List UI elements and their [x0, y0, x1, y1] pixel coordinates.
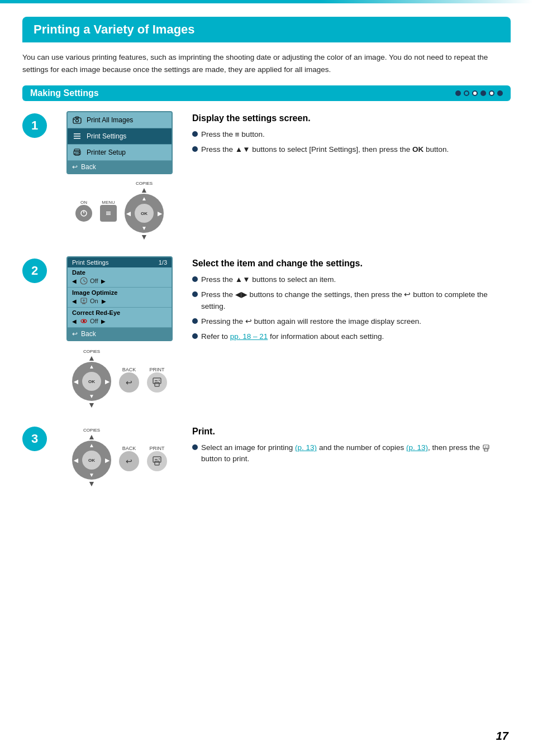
lcd-back-label: Back — [81, 163, 96, 171]
svg-rect-28 — [155, 380, 158, 381]
step-2-number: 2 — [22, 259, 47, 283]
lcd2-optimize-arrow-right: ▶ — [102, 298, 106, 304]
step-1-heading: Display the settings screen. — [192, 113, 511, 123]
svg-point-33 — [159, 458, 160, 460]
pp18-21-link[interactable]: pp. 18 – 21 — [230, 332, 268, 341]
step-2-back-group: BACK ↩ — [119, 366, 139, 393]
lcd2-title-row: Print Settings 1/3 — [68, 257, 172, 267]
dpad-right-2: ▶ — [105, 379, 110, 385]
step-2-bullet-3: Pressing the ↩ button again will restore… — [192, 316, 511, 327]
step-2-print-group: PRINT — [147, 366, 167, 393]
step-2-bullet-1-text: Press the ▲▼ buttons to select an item. — [201, 274, 336, 285]
dot-5 — [489, 90, 494, 96]
lcd-back-arrow-icon: ↩ — [72, 163, 78, 171]
menu-button[interactable] — [100, 205, 117, 222]
lcd-menu-icon — [72, 131, 82, 141]
step-3-bullet-1-text: Select an image for printing (p. 13) and… — [201, 442, 511, 465]
svg-rect-5 — [74, 136, 80, 137]
back-button-3[interactable]: ↩ — [119, 451, 139, 471]
lcd2-date-value-row: ◀ Off ▶ — [68, 276, 172, 287]
step-2-dpad-group: COPIES ▲ OK ▲ ▼ ◀ ▶ ▼ — [72, 349, 111, 409]
step-1-bullet-2: Press the ▲▼ buttons to select [Print Se… — [192, 144, 511, 155]
svg-rect-31 — [155, 461, 159, 465]
p13-link-2[interactable]: (p. 13) — [406, 443, 428, 452]
svg-rect-14 — [106, 213, 111, 214]
step-3-print-group: PRINT — [147, 444, 167, 471]
copies-plus-3: ▲ — [88, 433, 96, 441]
dot-4 — [480, 90, 486, 96]
lcd-camera-icon — [72, 115, 82, 125]
step-1-number: 1 — [22, 113, 47, 138]
svg-rect-15 — [106, 214, 111, 215]
dot-1 — [455, 90, 461, 96]
dot-2 — [464, 90, 469, 96]
page-title: Printing a Variety of Images — [34, 22, 499, 37]
svg-rect-6 — [74, 138, 80, 139]
dpad-ring-3: OK ▲ ▼ ◀ ▶ — [72, 441, 111, 480]
lcd-settings-screen: Print Settings 1/3 Date ◀ Off ▶ Image Op… — [66, 256, 173, 341]
lcd2-page-text: 1/3 — [159, 259, 167, 266]
lcd2-date-arrow-right: ▶ — [101, 278, 106, 284]
step-2-bullet-2-text: Press the ◀▶ buttons to change the setti… — [201, 289, 511, 312]
p13-link-1[interactable]: (p. 13) — [295, 443, 317, 452]
lcd2-optimize-value: On — [90, 298, 98, 304]
print-btn-label-3: PRINT — [150, 446, 165, 451]
print-button-2[interactable] — [147, 372, 167, 393]
on-label: ON — [80, 200, 87, 205]
on-button[interactable] — [75, 205, 92, 222]
redeye-icon — [80, 317, 88, 325]
copies-minus-3: ▼ — [88, 480, 96, 487]
dpad-right-3: ▶ — [105, 457, 110, 463]
step-3-bullet-1: Select an image for printing (p. 13) and… — [192, 442, 511, 465]
bullet-icon-1 — [192, 131, 198, 137]
dot-3 — [472, 90, 478, 96]
svg-point-37 — [487, 446, 488, 447]
dpad-ok-3[interactable]: OK — [82, 451, 101, 470]
dpad-left-3: ◀ — [74, 457, 78, 463]
section-header: Making Settings — [22, 85, 511, 101]
lcd2-optimize-value-box: On — [80, 297, 98, 305]
svg-rect-20 — [82, 303, 85, 304]
dpad-right-1: ▶ — [158, 210, 162, 217]
dpad-3[interactable]: OK ▲ ▼ ◀ ▶ — [72, 441, 111, 480]
lcd2-date-section: Date ◀ Off ▶ — [68, 267, 172, 288]
svg-point-10 — [79, 152, 80, 153]
dpad-ok-2[interactable]: OK — [82, 372, 101, 391]
step-2-visual: Print Settings 1/3 Date ◀ Off ▶ Image Op… — [58, 256, 181, 409]
lcd2-redeye-value-row: ◀ Off ▶ — [68, 316, 172, 327]
lcd-printer-setup-label: Printer Setup — [87, 149, 126, 156]
dpad-down-1: ▼ — [141, 225, 147, 231]
step-3-row: 3 COPIES ▲ OK ▲ ▼ ◀ ▶ ▼ — [22, 424, 511, 487]
step-3-visual: COPIES ▲ OK ▲ ▼ ◀ ▶ ▼ — [58, 424, 181, 487]
svg-rect-3 — [74, 119, 75, 120]
lcd2-redeye-arrow-left: ◀ — [72, 318, 77, 324]
print-inline-icon — [482, 444, 490, 452]
step-2-bullet-3-text: Pressing the ↩ button again will restore… — [201, 316, 421, 327]
dpad-1[interactable]: OK ▲ ▼ ◀ ▶ — [125, 194, 164, 233]
back-btn-label-2: BACK — [122, 367, 136, 372]
lcd2-redeye-label: Correct Red-Eye — [68, 308, 172, 316]
back-button-2[interactable]: ↩ — [119, 372, 139, 393]
dpad-up-3: ▲ — [89, 442, 94, 448]
step-2-camera-buttons: COPIES ▲ OK ▲ ▼ ◀ ▶ ▼ — [72, 349, 167, 409]
lcd-menu-screen: Print All Images Print Settings Printer … — [66, 111, 173, 174]
copies-minus-icon: ▼ — [140, 233, 148, 241]
intro-text: You can use various printing features, s… — [22, 51, 511, 75]
lcd2-title-text: Print Settings — [72, 259, 108, 266]
copies-plus-icon: ▲ — [140, 186, 148, 194]
copies-plus-2: ▲ — [88, 354, 96, 362]
svg-point-25 — [83, 320, 84, 322]
dpad-ring-1: OK ▲ ▼ ◀ ▶ — [125, 194, 164, 233]
step-3-number: 3 — [22, 427, 47, 451]
lcd2-back-label: Back — [81, 330, 96, 338]
optimize-icon — [80, 297, 88, 305]
print-button-3[interactable] — [147, 451, 167, 471]
svg-line-18 — [84, 281, 85, 282]
dpad-group: COPIES ▲ OK ▲ ▼ ◀ ▶ ▼ — [125, 181, 164, 241]
dpad-2[interactable]: OK ▲ ▼ ◀ ▶ — [72, 362, 111, 401]
dpad-ok-1[interactable]: OK — [135, 204, 154, 223]
dpad-up-1: ▲ — [141, 195, 147, 202]
dpad-left-1: ◀ — [126, 210, 131, 217]
lcd2-date-arrow-left: ◀ — [72, 278, 77, 284]
bullet-icon-2-1 — [192, 276, 198, 282]
